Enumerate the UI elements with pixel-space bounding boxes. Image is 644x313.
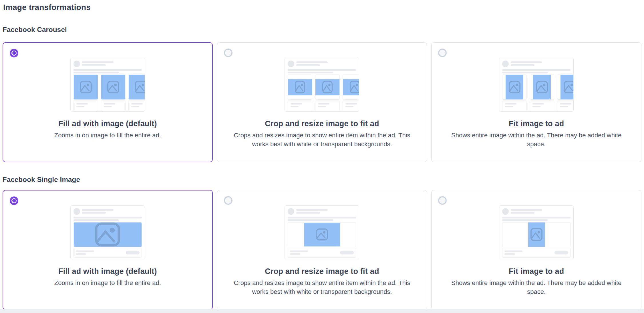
image-transformations-page: Image transformations Facebook Carousel — [0, 0, 644, 310]
radio-carousel-fill-selected[interactable] — [10, 49, 18, 57]
radio-single-crop[interactable] — [224, 196, 232, 205]
cta-button-placeholder — [554, 251, 568, 254]
option-card-carousel-crop[interactable]: Crop and resize image to fit ad Crops an… — [217, 42, 427, 162]
carousel-options-grid: Fill ad with image (default) Zooms in on… — [3, 42, 641, 162]
option-title: Crop and resize image to fit ad — [265, 267, 379, 276]
option-card-carousel-fit[interactable]: Fit image to ad Shows entire image withi… — [431, 42, 641, 162]
image-placeholder-icon — [530, 227, 543, 242]
avatar-placeholder — [73, 208, 80, 215]
option-title: Fit image to ad — [509, 267, 564, 276]
option-title: Fit image to ad — [509, 119, 564, 128]
option-description: Zooms in on image to fill the entire ad. — [54, 131, 161, 140]
section-heading-facebook-carousel: Facebook Carousel — [3, 25, 641, 34]
option-card-carousel-fill[interactable]: Fill ad with image (default) Zooms in on… — [3, 42, 213, 162]
option-title: Fill ad with image (default) — [58, 119, 157, 128]
page-title: Image transformations — [3, 2, 641, 13]
image-placeholder-icon — [563, 80, 574, 94]
option-card-single-fill[interactable]: Fill ad with image (default) Zooms in on… — [3, 190, 213, 310]
option-title: Fill ad with image (default) — [58, 267, 157, 276]
option-title: Crop and resize image to fit ad — [265, 119, 379, 128]
cta-button-placeholder — [126, 251, 140, 254]
ad-preview-carousel-crop — [285, 58, 359, 112]
section-heading-facebook-single-image: Facebook Single Image — [3, 175, 641, 184]
ad-preview-single-fill — [70, 205, 145, 259]
single-image-options-grid: Fill ad with image (default) Zooms in on… — [3, 190, 641, 310]
option-description: Crops and resizes image to show entire i… — [230, 278, 414, 296]
avatar-placeholder — [502, 61, 509, 67]
image-placeholder-icon — [322, 80, 333, 94]
option-description: Crops and resizes image to show entire i… — [230, 131, 414, 149]
cta-button-placeholder — [340, 251, 354, 254]
image-placeholder-icon — [94, 222, 121, 247]
image-placeholder-icon — [315, 228, 329, 241]
avatar-placeholder — [288, 61, 294, 67]
image-placeholder-icon — [79, 80, 92, 94]
ad-preview-carousel-fill — [70, 58, 145, 112]
radio-carousel-fit[interactable] — [438, 49, 447, 57]
image-placeholder-icon — [508, 80, 521, 94]
ad-preview-carousel-fit — [499, 58, 574, 112]
image-placeholder-icon — [349, 80, 359, 94]
ad-preview-single-fit — [499, 205, 574, 259]
option-description: Zooms in on image to fill the entire ad. — [54, 278, 161, 287]
option-description: Shows entire image within the ad. There … — [444, 131, 629, 149]
image-placeholder-icon — [134, 80, 145, 94]
radio-single-fit[interactable] — [438, 196, 447, 205]
avatar-placeholder — [73, 61, 80, 67]
ad-preview-single-crop — [285, 205, 359, 259]
radio-carousel-crop[interactable] — [224, 49, 232, 57]
page-background-strip — [0, 309, 644, 313]
radio-single-fill-selected[interactable] — [10, 196, 18, 205]
avatar-placeholder — [288, 208, 294, 215]
image-placeholder-icon — [107, 80, 120, 94]
avatar-placeholder — [502, 208, 509, 215]
option-card-single-crop[interactable]: Crop and resize image to fit ad Crops an… — [217, 190, 427, 310]
image-placeholder-icon — [536, 80, 548, 94]
image-placeholder-icon — [294, 80, 306, 94]
option-card-single-fit[interactable]: Fit image to ad Shows entire image withi… — [431, 190, 641, 310]
option-description: Shows entire image within the ad. There … — [444, 278, 629, 296]
